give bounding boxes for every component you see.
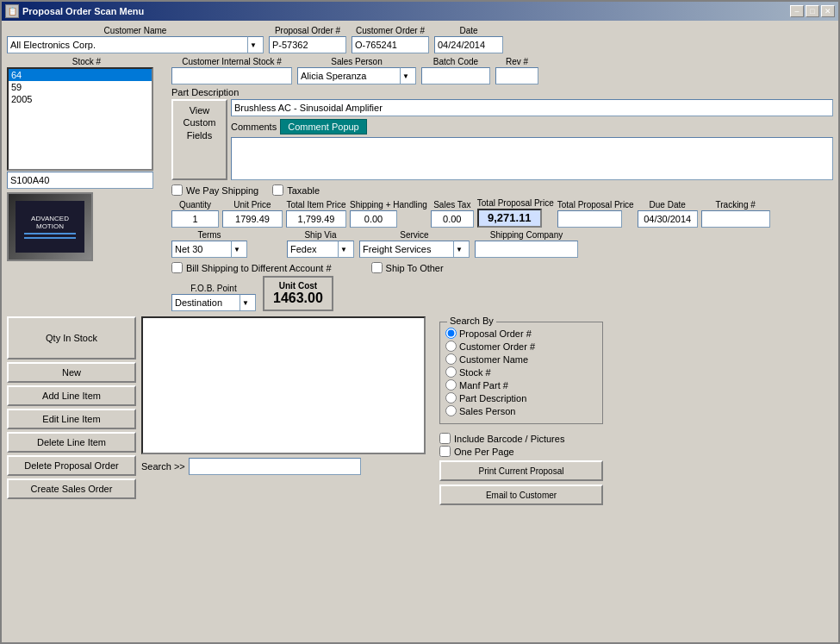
maximize-button[interactable]: □	[806, 5, 819, 17]
view-custom-fields-button[interactable]: ViewCustomFields	[171, 99, 227, 180]
stock-item-1[interactable]: 59	[9, 81, 152, 93]
part-desc-row: Part Description ViewCustomFields Commen…	[171, 87, 833, 180]
shipping-company-input[interactable]	[475, 241, 578, 258]
new-button[interactable]: New	[7, 362, 136, 383]
rev-number-input[interactable]	[495, 67, 538, 84]
radio-stock-input[interactable]	[445, 366, 457, 378]
stock-item-2[interactable]: 2005	[9, 93, 152, 105]
radio-sales-person-input[interactable]	[445, 405, 457, 416]
fob-point-input[interactable]	[171, 294, 240, 311]
sales-tax-label: Sales Tax	[431, 200, 474, 209]
terms-input[interactable]	[171, 241, 232, 258]
stock-name-input[interactable]	[7, 172, 153, 189]
delete-line-item-button[interactable]: Delete Line Item	[7, 432, 136, 453]
search-results-box[interactable]	[141, 316, 426, 454]
include-barcode-label: Include Barcode / Pictures	[454, 434, 564, 444]
radio-manf-part-input[interactable]	[445, 379, 457, 391]
include-barcode-row: Include Barcode / Pictures	[439, 433, 603, 444]
print-current-proposal-button[interactable]: Print Current Proposal	[439, 460, 603, 481]
edit-line-item-button[interactable]: Edit Line Item	[7, 409, 136, 429]
unit-cost-label: Unit Cost	[273, 281, 323, 291]
unit-price-input[interactable]	[222, 210, 283, 228]
service-input[interactable]	[359, 241, 454, 258]
radio-stock-label: Stock #	[459, 367, 491, 378]
qty-in-stock-button[interactable]: Qty In Stock	[7, 316, 136, 360]
batch-code-input[interactable]	[421, 67, 490, 84]
sales-person-dropdown[interactable]: ▼	[401, 67, 416, 84]
stock-item-0[interactable]: 64	[9, 69, 152, 81]
shipping-company-group: Shipping Company	[475, 230, 578, 258]
due-date-input[interactable]	[638, 210, 698, 228]
create-sales-order-button[interactable]: Create Sales Order	[7, 478, 136, 499]
date-label: Date	[434, 26, 503, 35]
ship-via-input[interactable]	[287, 241, 339, 258]
comment-popup-button[interactable]: Comment Popup	[280, 119, 367, 134]
taxable-checkbox[interactable]	[272, 184, 283, 196]
taxable-row: Taxable	[272, 184, 320, 196]
radio-customer-name-input[interactable]	[445, 353, 457, 365]
radio-proposal-order-input[interactable]	[445, 328, 457, 339]
radio-part-description-input[interactable]	[445, 392, 457, 403]
customer-order-group: Customer Order #	[352, 26, 429, 53]
bill-shipping-checkbox[interactable]	[171, 262, 183, 273]
product-image-inner: ADVANCEDMOTION	[16, 201, 84, 253]
search-by-groupbox: Search By Proposal Order # Customer Orde…	[439, 322, 603, 424]
minimize-button[interactable]: –	[790, 5, 804, 17]
quantity-input[interactable]	[171, 210, 219, 228]
one-per-page-row: One Per Page	[439, 446, 603, 457]
email-customer-button[interactable]: Email to Customer	[439, 485, 603, 505]
quantity-label: Quantity	[171, 200, 219, 209]
fob-point-dropdown[interactable]: ▼	[240, 294, 256, 311]
comments-row: Comments Comment Popup	[231, 119, 833, 134]
sales-person-group: Sales Person ▼	[297, 57, 416, 84]
part-description-input[interactable]	[231, 99, 833, 116]
total-proposal-price-input[interactable]	[557, 210, 622, 228]
delete-proposal-order-button[interactable]: Delete Proposal Order	[7, 455, 136, 476]
ship-via-dropdown[interactable]: ▼	[339, 241, 354, 258]
radio-proposal-order-label: Proposal Order #	[459, 328, 532, 339]
one-per-page-checkbox[interactable]	[439, 446, 451, 457]
customer-order-label: Customer Order #	[352, 26, 429, 35]
fob-point-label: F.O.B. Point	[171, 284, 256, 293]
ship-to-other-wrapper: Ship To Other	[371, 260, 444, 273]
main-content: Customer Name ▼ Proposal Order # Custome…	[2, 21, 838, 642]
fob-point-group: F.O.B. Point ▼	[171, 284, 256, 311]
search-input[interactable]	[189, 458, 361, 475]
left-panel: Stock # 64 59 2005 ADVANCEDMOTION	[7, 57, 166, 311]
include-barcode-checkbox[interactable]	[439, 433, 451, 444]
proposal-order-group: Proposal Order #	[269, 26, 346, 53]
ship-to-other-label: Ship To Other	[386, 263, 444, 273]
terms-dropdown[interactable]: ▼	[232, 241, 247, 258]
sales-tax-input[interactable]	[431, 210, 474, 228]
customer-internal-group: Customer Internal Stock #	[171, 57, 292, 84]
total-proposal-price-label: Total Proposal Price	[557, 200, 634, 209]
radio-customer-order-input[interactable]	[445, 341, 457, 352]
sales-person-input[interactable]	[297, 67, 401, 84]
comments-textarea[interactable]	[231, 137, 833, 180]
customer-name-dropdown[interactable]: ▼	[248, 36, 264, 53]
customer-order-input[interactable]	[352, 36, 429, 53]
we-pay-shipping-checkbox[interactable]	[171, 184, 183, 196]
search-row: Search >>	[141, 458, 434, 475]
service-dropdown[interactable]: ▼	[454, 241, 470, 258]
stock-label: Stock #	[7, 57, 166, 66]
stock-list[interactable]: 64 59 2005	[7, 67, 153, 171]
radio-part-description: Part Description	[445, 392, 597, 403]
total-item-price-input[interactable]	[286, 210, 346, 228]
tracking-input[interactable]	[701, 210, 770, 228]
window-icon: 📋	[5, 4, 19, 18]
total-proposal-sub-label: Total Proposal Price	[477, 198, 554, 208]
radio-sales-person: Sales Person	[445, 405, 597, 416]
unit-cost-value: 1463.00	[273, 291, 323, 306]
add-line-item-button[interactable]: Add Line Item	[7, 385, 136, 406]
customer-internal-input[interactable]	[171, 67, 292, 84]
close-button[interactable]: ✕	[821, 5, 835, 17]
date-input[interactable]	[434, 36, 503, 53]
shipping-handling-input[interactable]	[350, 210, 397, 228]
customer-name-input[interactable]	[7, 36, 248, 53]
tracking-field: Tracking #	[701, 200, 770, 228]
ship-to-other-checkbox[interactable]	[371, 262, 383, 273]
radio-manf-part-label: Manf Part #	[459, 380, 508, 391]
proposal-order-input[interactable]	[269, 36, 346, 53]
product-label: ADVANCEDMOTION	[31, 215, 69, 230]
